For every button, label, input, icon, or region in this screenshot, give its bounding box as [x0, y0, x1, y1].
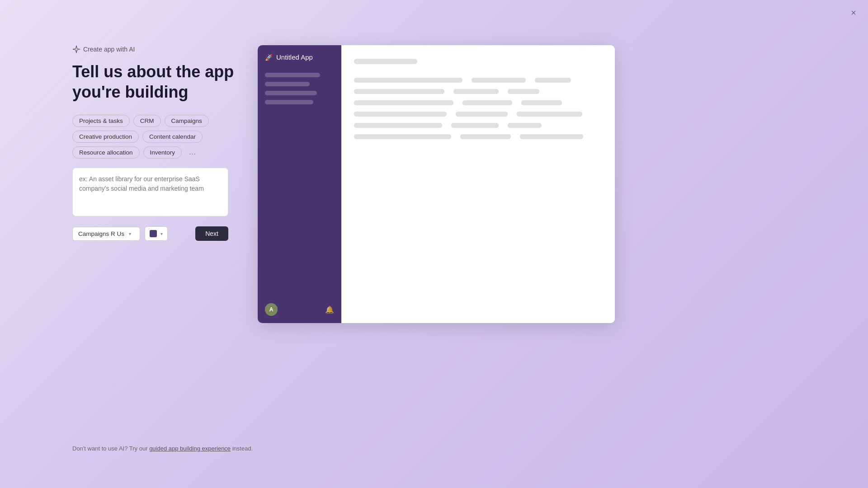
bottom-bar: Campaigns R Us ▾ ▾ Next [72, 226, 228, 241]
tag-campaigns[interactable]: Campaigns [165, 115, 209, 127]
sparkle-icon [72, 45, 80, 53]
sidebar-bottom: A 🔔 [258, 296, 341, 323]
preview-app-header: 🚀 Untitled App [258, 45, 341, 68]
tag-inventory[interactable]: Inventory [143, 146, 182, 159]
main-skel-r4-c2 [456, 112, 508, 117]
sidebar-skeletons [258, 68, 341, 109]
tag-crm[interactable]: CRM [133, 115, 161, 127]
main-skel-r6-c2 [460, 134, 511, 139]
main-skel-r6-c3 [520, 134, 583, 139]
table-row [354, 134, 602, 139]
main-skel-r2-c1 [354, 89, 444, 94]
main-skel-r4-c3 [517, 112, 582, 117]
footer-text: Don't want to use AI? Try our guided app… [72, 445, 253, 452]
sidebar-skel-4 [265, 100, 313, 104]
table-row [354, 89, 602, 94]
avatar: A [265, 303, 278, 316]
preview-main [341, 45, 615, 323]
sidebar-skel-1 [265, 73, 320, 77]
main-skel-r2-c3 [508, 89, 539, 94]
tags-container: Projects & tasks CRM Campaigns Creative … [72, 115, 262, 159]
chevron-down-icon-color: ▾ [160, 231, 163, 236]
chevron-down-icon: ▾ [129, 231, 131, 236]
main-skel-r5-c3 [508, 123, 542, 128]
next-button[interactable]: Next [195, 226, 228, 241]
main-skel-r6-c1 [354, 134, 451, 139]
table-row [354, 112, 602, 117]
create-app-label: Create app with AI [72, 45, 262, 53]
table-row [354, 100, 602, 105]
tag-projects-tasks[interactable]: Projects & tasks [72, 115, 130, 127]
tag-creative-production[interactable]: Creative production [72, 131, 139, 143]
guided-app-link[interactable]: guided app building experience [149, 445, 231, 452]
tag-more[interactable]: ... [185, 146, 199, 159]
main-skel-r2-c2 [453, 89, 499, 94]
color-dot [150, 230, 157, 237]
bell-icon: 🔔 [325, 305, 334, 314]
main-skel-r3-c1 [354, 100, 453, 105]
left-panel: Create app with AI Tell us about the app… [72, 45, 262, 241]
tag-resource-allocation[interactable]: Resource allocation [72, 146, 140, 159]
main-skel-r5-c1 [354, 123, 442, 128]
main-skel-r3-c3 [521, 100, 562, 105]
table-row [354, 123, 602, 128]
main-skel-r5-c2 [451, 123, 499, 128]
main-skel-r3-c2 [462, 100, 512, 105]
page-title: Tell us about the app you're building [72, 61, 262, 102]
table-row [354, 78, 602, 83]
sidebar-skel-2 [265, 82, 310, 86]
sidebar-skel-3 [265, 91, 317, 95]
close-button[interactable]: × [847, 6, 860, 19]
main-top-skel [354, 59, 417, 64]
main-skel-r1-c2 [472, 78, 526, 83]
description-textarea[interactable] [72, 168, 228, 216]
color-selector[interactable]: ▾ [145, 226, 168, 241]
main-skel-r1-c3 [535, 78, 571, 83]
preview-sidebar: 🚀 Untitled App A 🔔 [258, 45, 341, 323]
main-skel-r1-c1 [354, 78, 462, 83]
tag-content-calendar[interactable]: Content calendar [142, 131, 203, 143]
app-preview: 🚀 Untitled App A 🔔 [258, 45, 615, 323]
org-selector[interactable]: Campaigns R Us ▾ [72, 227, 140, 241]
main-skel-r4-c1 [354, 112, 447, 117]
rocket-icon: 🚀 [265, 54, 273, 61]
